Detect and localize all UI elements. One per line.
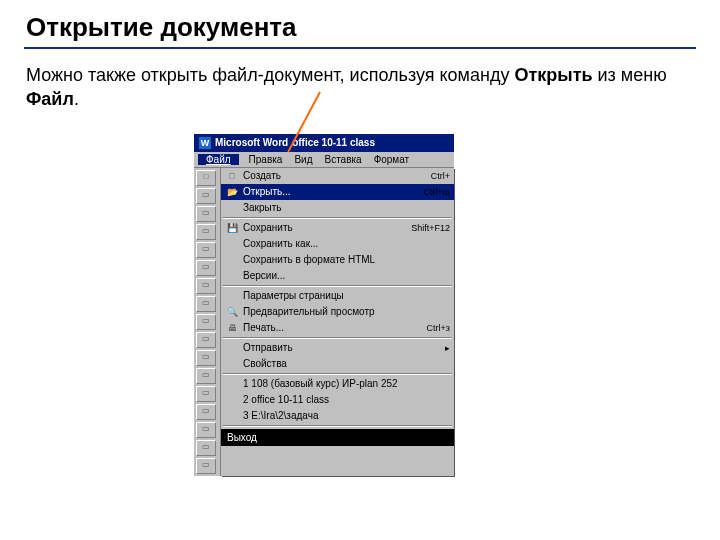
toolbar-button[interactable]: ▭ (196, 242, 216, 258)
menu-item[interactable]: 📂Открыть...Ctrl+щ (221, 184, 454, 200)
menu-item[interactable]: Закрыть (221, 200, 454, 216)
menu-item[interactable]: Версии... (221, 268, 454, 284)
menu-item-label: 3 E:\Ira\2\задача (243, 410, 442, 421)
menu-file[interactable]: Файл (198, 154, 239, 165)
app-name: Microsoft Word (215, 137, 288, 148)
toolbar-button[interactable]: ▭ (196, 278, 216, 294)
menu-item-label: Сохранить в формате HTML (243, 254, 442, 265)
menu-item[interactable]: 3 E:\Ira\2\задача (221, 408, 454, 424)
menu-item-icon (225, 254, 239, 266)
para-bold-file: Файл (26, 89, 74, 109)
menu-item-icon: 🖶 (225, 322, 239, 334)
menu-separator (223, 425, 452, 427)
toolbar-button[interactable]: ▭ (196, 260, 216, 276)
menu-edit[interactable]: Правка (247, 154, 285, 165)
menu-item-label: Сохранить как... (243, 238, 442, 249)
menu-separator (223, 217, 452, 219)
menu-item-label: 2 office 10-11 class (243, 394, 442, 405)
toolbar-button[interactable]: ▭ (196, 458, 216, 474)
menu-item-label: 1 108 (базовый курс) ИР-plan 252 (243, 378, 442, 389)
word-icon: W (199, 137, 211, 149)
menubar: Файл Правка Вид Вставка Формат (194, 152, 454, 168)
menu-item[interactable]: Сохранить в формате HTML (221, 252, 454, 268)
toolbar-button[interactable]: ▭ (196, 350, 216, 366)
menu-separator (223, 337, 452, 339)
toolbar-button[interactable]: ▭ (196, 440, 216, 456)
menu-item-label: Закрыть (243, 202, 442, 213)
menu-item-label: Отправить (243, 342, 437, 353)
doc-name: office 10-11 class (292, 137, 375, 148)
menu-item-icon: 💾 (225, 222, 239, 234)
menu-item[interactable]: Отправить▸ (221, 340, 454, 356)
toolbar-button[interactable]: ▭ (196, 296, 216, 312)
menu-item-icon (225, 358, 239, 370)
menu-item-icon: 🔍 (225, 306, 239, 318)
app-body: □ ▭ ▭ ▭ ▭ ▭ ▭ ▭ ▭ ▭ ▭ ▭ ▭ ▭ ▭ ▭ ▭ □Созда (194, 168, 454, 476)
menu-item-icon: □ (225, 170, 239, 182)
para-pre: Можно также открыть файл-документ, испол… (26, 65, 514, 85)
menu-item-label: Предварительный просмотр (243, 306, 442, 317)
menu-item-shortcut: Ctrl+ (427, 171, 450, 181)
toolbar-button[interactable]: ▭ (196, 188, 216, 204)
menu-item[interactable]: 💾СохранитьShift+F12 (221, 220, 454, 236)
menu-item-icon (225, 238, 239, 250)
menu-insert[interactable]: Вставка (322, 154, 363, 165)
toolbar-button[interactable]: ▭ (196, 422, 216, 438)
menu-item[interactable]: 🔍Предварительный просмотр (221, 304, 454, 320)
slide-paragraph: Можно также открыть файл-документ, испол… (26, 63, 696, 112)
menu-format[interactable]: Формат (372, 154, 412, 165)
menu-item-icon (225, 394, 239, 406)
menu-item-icon (225, 270, 239, 282)
menu-item[interactable]: □СоздатьCtrl+ (221, 168, 454, 184)
toolbar-button[interactable]: ▭ (196, 332, 216, 348)
menu-item[interactable]: Параметры страницы (221, 288, 454, 304)
menu-item[interactable]: 2 office 10-11 class (221, 392, 454, 408)
toolbar-button[interactable]: □ (196, 170, 216, 186)
menu-item[interactable]: Сохранить как... (221, 236, 454, 252)
menu-item-icon (225, 342, 239, 354)
toolbar-button[interactable]: ▭ (196, 206, 216, 222)
menu-separator (223, 373, 452, 375)
toolbar-button[interactable]: ▭ (196, 386, 216, 402)
window-titlebar: W Microsoft Word office 10-11 class (194, 134, 454, 152)
menu-item-shortcut: ▸ (441, 343, 450, 353)
menu-exit[interactable]: Выход (221, 429, 454, 446)
menu-item-label: Параметры страницы (243, 290, 442, 301)
para-suffix: . (74, 89, 79, 109)
toolbar-left: □ ▭ ▭ ▭ ▭ ▭ ▭ ▭ ▭ ▭ ▭ ▭ ▭ ▭ ▭ ▭ ▭ (194, 168, 221, 476)
menu-item[interactable]: Свойства (221, 356, 454, 372)
menu-item-label: Печать... (243, 322, 419, 333)
para-bold-open: Открыть (514, 65, 592, 85)
file-menu-dropdown: □СоздатьCtrl+📂Открыть...Ctrl+щЗакрыть💾Со… (221, 168, 454, 476)
slide-title: Открытие документа (26, 12, 696, 43)
menu-item-shortcut: Ctrl+щ (419, 187, 450, 197)
menu-item-icon (225, 410, 239, 422)
toolbar-button[interactable]: ▭ (196, 368, 216, 384)
menu-item[interactable]: 🖶Печать...Ctrl+з (221, 320, 454, 336)
toolbar-button[interactable]: ▭ (196, 224, 216, 240)
menu-item-icon: 📂 (225, 186, 239, 198)
menu-item-label: Свойства (243, 358, 442, 369)
screenshot: W Microsoft Word office 10-11 class Файл… (194, 134, 454, 476)
title-rule (24, 47, 696, 49)
menu-item-icon (225, 202, 239, 214)
menu-item-label: Сохранить (243, 222, 403, 233)
para-mid: из меню (593, 65, 667, 85)
menu-item-label: Создать (243, 170, 423, 181)
toolbar-button[interactable]: ▭ (196, 314, 216, 330)
menu-view[interactable]: Вид (292, 154, 314, 165)
menu-item-icon (225, 378, 239, 390)
menu-item-shortcut: Shift+F12 (407, 223, 450, 233)
menu-item-label: Открыть... (243, 186, 415, 197)
menu-separator (223, 285, 452, 287)
menu-item-label: Версии... (243, 270, 442, 281)
menu-item-icon (225, 290, 239, 302)
toolbar-button[interactable]: ▭ (196, 404, 216, 420)
menu-item-shortcut: Ctrl+з (423, 323, 450, 333)
menu-item[interactable]: 1 108 (базовый курс) ИР-plan 252 (221, 376, 454, 392)
